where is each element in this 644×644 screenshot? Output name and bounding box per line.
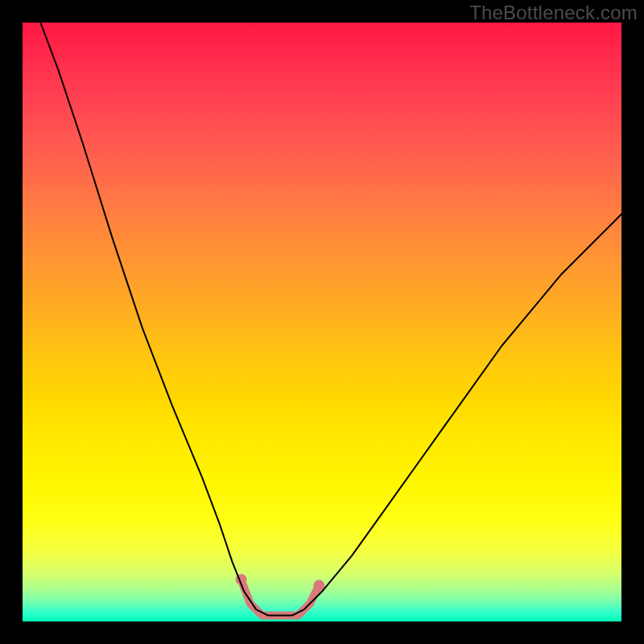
curve-layer: [23, 23, 621, 621]
plot-area: [23, 23, 621, 621]
watermark-text: TheBottleneck.com: [469, 2, 638, 24]
series-valley-highlight: [242, 580, 320, 616]
series-container: [40, 23, 621, 616]
series-bottleneck-curve: [40, 23, 621, 616]
chart-frame: TheBottleneck.com: [0, 0, 644, 644]
